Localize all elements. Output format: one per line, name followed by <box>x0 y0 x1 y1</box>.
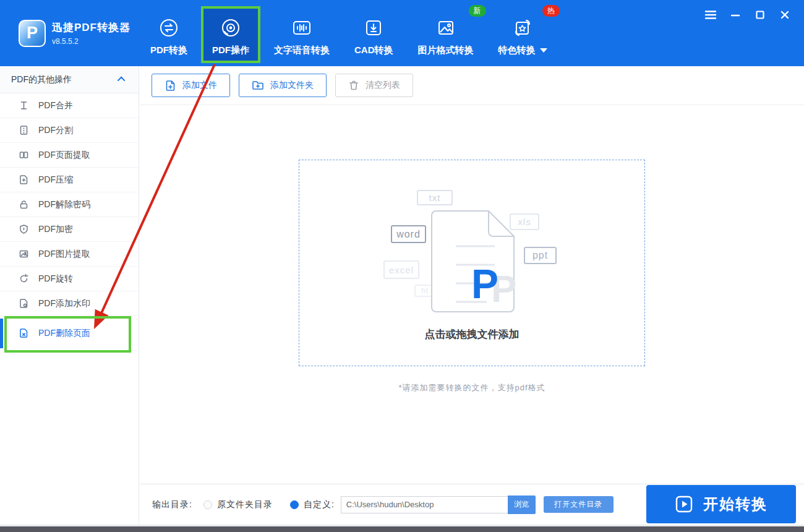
format-note: *请添加需要转换的文件，支持pdf格式 <box>140 382 804 393</box>
sidebar-item-pdf-delete-pages[interactable]: PDF删除页面 <box>0 316 139 351</box>
clear-list-label: 清空列表 <box>366 80 400 91</box>
sidebar-item-label: PDF旋转 <box>38 273 73 285</box>
start-convert-button[interactable]: 开始转换 <box>646 485 796 523</box>
hot-badge: 热 <box>542 5 560 17</box>
sidebar-item-label: PDF页面提取 <box>38 150 90 161</box>
add-folder-button[interactable]: 添加文件夹 <box>239 74 327 97</box>
sidebar-item-label: PDF分割 <box>38 125 73 136</box>
tab-label-text: 特色转换 <box>498 45 536 56</box>
add-folder-label: 添加文件夹 <box>270 80 314 91</box>
close-icon[interactable] <box>777 7 793 22</box>
filetag-txt: txt <box>417 190 453 205</box>
tab-label: 图片格式转换 <box>418 45 474 56</box>
tab-cad-convert[interactable]: CAD转换 <box>346 7 402 62</box>
sidebar-item-label: PDF压缩 <box>38 174 73 186</box>
app-window: P 迅捷PDF转换器 v8.5.5.2 PDF转换 <box>0 0 804 532</box>
page-extract-icon <box>19 150 30 161</box>
sidebar-item-pdf-image-extract[interactable]: PDF图片提取 <box>0 242 139 267</box>
tab-special-convert[interactable]: 热 特色转换 <box>490 7 556 62</box>
tab-pdf-operate[interactable]: PDF操作 <box>203 7 258 62</box>
radio-original-label: 原文件夹目录 <box>217 499 273 510</box>
dropzone-illustration: txt word xls excel ht <box>380 187 565 324</box>
tab-text-speech-convert[interactable]: 文字语音转换 <box>265 7 338 62</box>
radio-custom-label: 自定义: <box>304 499 335 510</box>
p-main-glyph: P <box>471 260 498 307</box>
app-title: 迅捷PDF转换器 <box>52 20 130 35</box>
window-controls <box>703 7 793 22</box>
pdf-operate-icon <box>221 17 241 38</box>
chevron-down-icon <box>540 48 547 53</box>
filetag-excel: excel <box>383 260 419 279</box>
rotate-icon <box>19 273 30 285</box>
active-indicator <box>0 319 3 348</box>
sidebar: PDF的其他操作 PDF合并 PDF分割 <box>0 66 139 525</box>
sidebar-item-pdf-rotate[interactable]: PDF旋转 <box>0 267 139 291</box>
minimize-icon[interactable] <box>727 7 743 22</box>
output-bar: 输出目录: 原文件夹目录 自定义: 浏览 打开文件目录 开始转换 <box>140 484 804 525</box>
sidebar-section-header[interactable]: PDF的其他操作 <box>0 66 139 93</box>
sidebar-list: PDF合并 PDF分割 PDF页面提取 <box>0 93 139 351</box>
file-dropzone[interactable]: txt word xls excel ht <box>299 160 645 366</box>
sidebar-item-pdf-add-watermark[interactable]: PDF添加水印 <box>0 291 139 316</box>
output-path-input[interactable] <box>341 496 508 513</box>
tab-label: 文字语音转换 <box>274 45 330 56</box>
output-dir-label: 输出目录: <box>152 499 192 510</box>
delete-page-icon <box>19 328 30 339</box>
sidebar-section-title: PDF的其他操作 <box>11 74 72 85</box>
browse-button[interactable]: 浏览 <box>508 496 536 514</box>
brand-text: 迅捷PDF转换器 v8.5.5.2 <box>52 20 130 46</box>
sidebar-item-label: PDF删除页面 <box>38 328 90 339</box>
menu-icon[interactable] <box>703 7 719 22</box>
app-logo-icon: P <box>19 20 46 47</box>
play-icon <box>675 495 693 513</box>
main-nav: PDF转换 PDF操作 <box>142 0 556 66</box>
start-convert-label: 开始转换 <box>703 494 768 514</box>
sidebar-item-pdf-encrypt[interactable]: PDF加密 <box>0 217 139 242</box>
tab-pdf-convert[interactable]: PDF转换 <box>142 7 196 62</box>
add-file-icon <box>165 80 176 92</box>
text-speech-icon <box>291 17 312 38</box>
special-convert-icon <box>513 17 532 38</box>
chevron-up-icon <box>118 77 126 85</box>
sidebar-item-label: PDF合并 <box>38 100 73 111</box>
tab-image-format-convert[interactable]: 新 图片格式转换 <box>409 7 482 62</box>
tab-label: PDF转换 <box>150 45 187 56</box>
app-version: v8.5.5.2 <box>52 37 130 46</box>
main-panel: 添加文件 添加文件夹 清空列表 <box>140 66 804 525</box>
clear-list-button[interactable]: 清空列表 <box>335 74 413 97</box>
window-bottom-edge <box>0 526 804 532</box>
shield-icon <box>19 224 30 235</box>
file-list-area: txt word xls excel ht <box>140 105 804 484</box>
split-icon <box>19 125 30 136</box>
sidebar-item-label: PDF解除密码 <box>38 199 90 210</box>
app-header: P 迅捷PDF转换器 v8.5.5.2 PDF转换 <box>0 0 804 66</box>
image-icon <box>19 249 30 260</box>
sidebar-item-pdf-split[interactable]: PDF分割 <box>0 118 139 143</box>
tab-label: CAD转换 <box>354 45 393 56</box>
sidebar-item-label: PDF添加水印 <box>38 298 90 309</box>
filetag-word: word <box>391 225 426 243</box>
cad-convert-icon <box>364 17 383 38</box>
sidebar-item-pdf-compress[interactable]: PDF压缩 <box>0 168 139 192</box>
open-file-dir-button[interactable]: 打开文件目录 <box>544 496 614 513</box>
tab-label: 特色转换 <box>498 45 547 56</box>
maximize-icon[interactable] <box>752 7 768 22</box>
sidebar-item-pdf-merge[interactable]: PDF合并 <box>0 93 139 118</box>
watermark-icon <box>19 298 30 309</box>
sidebar-item-pdf-page-extract[interactable]: PDF页面提取 <box>0 143 139 168</box>
add-folder-icon <box>252 80 264 91</box>
radio-original-icon[interactable] <box>203 500 212 509</box>
brand: P 迅捷PDF转换器 v8.5.5.2 <box>0 0 142 66</box>
dropzone-text: 点击或拖拽文件添加 <box>299 327 644 341</box>
new-badge: 新 <box>469 5 486 17</box>
add-file-button[interactable]: 添加文件 <box>152 74 230 97</box>
sidebar-item-pdf-remove-password[interactable]: PDF解除密码 <box>0 192 139 217</box>
radio-custom[interactable]: 自定义: <box>290 499 335 510</box>
radio-original-folder[interactable]: 原文件夹目录 <box>203 499 273 510</box>
trash-icon <box>348 80 359 91</box>
add-file-label: 添加文件 <box>182 80 217 91</box>
pdf-convert-icon <box>159 17 179 38</box>
radio-custom-icon[interactable] <box>290 500 299 509</box>
file-toolbar: 添加文件 添加文件夹 清空列表 <box>140 66 804 105</box>
p-brand-icon: P P <box>471 260 539 319</box>
